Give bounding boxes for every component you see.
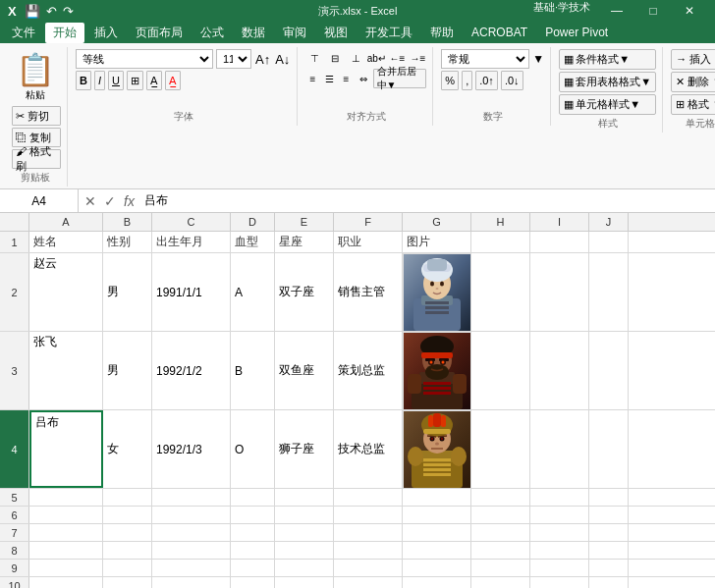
row-num-8[interactable]: 8 [0,542,29,559]
cell-e10[interactable] [275,577,334,588]
cell-c3[interactable]: 1992/1/2 [152,332,231,409]
menu-power-pivot[interactable]: Power Pivot [537,24,616,41]
cell-h3[interactable] [471,332,530,409]
menu-developer[interactable]: 开发工具 [358,23,420,43]
cell-g8[interactable] [403,542,471,559]
align-middle-btn[interactable]: ⊟ [326,49,344,67]
cell-f3[interactable]: 策划总监 [334,332,403,409]
cell-a8[interactable] [29,542,103,559]
fill-color-button[interactable]: A̲ [146,71,162,90]
cell-i3[interactable] [530,332,589,409]
cell-g7[interactable] [403,524,471,541]
cell-e7[interactable] [275,524,334,541]
cell-c1[interactable]: 出生年月 [152,232,231,252]
conditional-format-btn[interactable]: ▦ 条件格式▼ [559,49,656,70]
cell-b5[interactable] [103,489,152,506]
undo-btn[interactable]: ↶ [44,2,59,21]
cell-h2[interactable] [471,253,530,331]
cell-e6[interactable] [275,507,334,523]
row-num-7[interactable]: 7 [0,524,29,541]
col-header-b[interactable]: B [103,213,152,231]
col-header-f[interactable]: F [334,213,403,231]
cell-b2[interactable]: 男 [103,253,152,331]
cell-d7[interactable] [231,524,275,541]
decrease-decimal-btn[interactable]: .0↓ [501,71,523,90]
font-size-select[interactable]: 11 [216,49,251,69]
cell-d8[interactable] [231,542,275,559]
cell-b1[interactable]: 性别 [103,232,152,252]
align-bottom-btn[interactable]: ⊥ [347,49,364,67]
cell-c8[interactable] [152,542,231,559]
cell-b10[interactable] [103,577,152,588]
cell-j5[interactable] [589,489,629,506]
cut-button[interactable]: ✂ 剪切 [12,106,61,126]
cell-i10[interactable] [530,577,589,588]
cell-j8[interactable] [589,542,629,559]
cell-d9[interactable] [231,560,275,576]
align-left-btn[interactable]: ≡ [305,70,319,87]
cell-a1[interactable]: 姓名 [29,232,103,252]
redo-btn[interactable]: ↷ [61,2,76,21]
align-center-btn[interactable]: ☰ [322,70,336,87]
cancel-formula-icon[interactable]: ✕ [82,193,98,209]
cell-i4[interactable] [530,410,589,488]
cell-c2[interactable]: 1991/1/1 [152,253,231,331]
percent-btn[interactable]: % [441,71,459,90]
cell-g4[interactable] [403,410,471,488]
cell-i2[interactable] [530,253,589,331]
cell-g2[interactable] [403,253,471,331]
cell-i7[interactable] [530,524,589,541]
col-header-c[interactable]: C [152,213,231,231]
cell-h1[interactable] [471,232,530,252]
cell-j4[interactable] [589,410,629,488]
wrap-text-btn[interactable]: ⇔ [357,70,370,87]
menu-page-layout[interactable]: 页面布局 [128,23,191,43]
menu-help[interactable]: 帮助 [422,23,462,43]
cell-d3[interactable]: B [231,332,275,409]
cell-j7[interactable] [589,524,629,541]
cell-h7[interactable] [471,524,530,541]
cell-b8[interactable] [103,542,152,559]
insert-function-icon[interactable]: fx [122,193,137,209]
table-format-btn[interactable]: ▦ 套用表格格式▼ [559,72,656,92]
cell-i8[interactable] [530,542,589,559]
cell-h5[interactable] [471,489,530,506]
row-num-9[interactable]: 9 [0,560,29,576]
number-format-arrow[interactable]: ▼ [532,52,544,66]
cell-a7[interactable] [29,524,103,541]
cell-g5[interactable] [403,489,471,506]
col-header-h[interactable]: H [471,213,530,231]
col-header-i[interactable]: I [530,213,589,231]
cell-d6[interactable] [231,507,275,523]
cell-h9[interactable] [471,560,530,576]
cell-a2[interactable]: 赵云 [29,253,103,331]
formula-input[interactable]: 吕布 [140,194,715,208]
col-header-a[interactable]: A [29,213,103,231]
cell-e4[interactable]: 狮子座 [275,410,334,488]
menu-insert[interactable]: 插入 [86,23,126,43]
col-header-j[interactable]: J [589,213,629,231]
increase-decimal-btn[interactable]: .0↑ [475,71,498,90]
cell-i5[interactable] [530,489,589,506]
cell-g1[interactable]: 图片 [403,232,471,252]
cell-h10[interactable] [471,577,530,588]
name-box[interactable]: A4 [0,189,79,212]
row-num-5[interactable]: 5 [0,489,29,506]
row-num-3[interactable]: 3 [0,332,29,409]
col-header-d[interactable]: D [231,213,275,231]
format-cells-btn[interactable]: ⊞ 格式 ▼ [671,94,715,115]
cell-f8[interactable] [334,542,403,559]
cell-j2[interactable] [589,253,629,331]
cell-a5[interactable] [29,489,103,506]
cell-d2[interactable]: A [231,253,275,331]
cell-g10[interactable] [403,577,471,588]
cell-h4[interactable] [471,410,530,488]
cell-a9[interactable] [29,560,103,576]
increase-font-btn[interactable]: A↑ [254,51,271,68]
paste-button[interactable]: 📋 粘贴 [10,49,61,104]
cell-b3[interactable]: 男 [103,332,152,409]
close-btn[interactable]: ✕ [672,0,707,22]
cell-i9[interactable] [530,560,589,576]
cell-j1[interactable] [589,232,629,252]
cell-c10[interactable] [152,577,231,588]
